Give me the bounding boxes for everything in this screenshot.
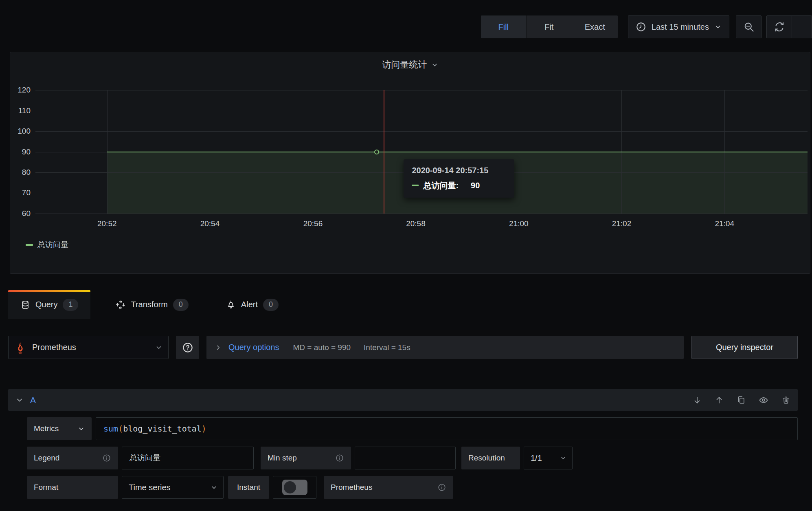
instant-field-label: Instant	[228, 476, 269, 499]
y-tick: 70	[22, 188, 31, 197]
resolution-label-text: Resolution	[468, 454, 505, 463]
format-row: Format Time series Instant Prometheus	[27, 476, 798, 499]
promql-expression-input[interactable]: sum(blog_visit_total)	[96, 417, 798, 440]
transform-icon	[116, 300, 125, 310]
metrics-dropdown[interactable]: Metrics	[27, 417, 92, 440]
refresh-button[interactable]	[766, 15, 812, 38]
legend-label: 总访问量	[37, 240, 68, 250]
tooltip-timestamp: 2020-09-14 20:57:15	[412, 166, 506, 175]
move-query-down-button[interactable]	[693, 396, 702, 405]
metrics-label: Metrics	[34, 424, 59, 433]
query-options-toggle[interactable]: Query options MD = auto = 990 Interval =…	[206, 336, 684, 359]
chevron-down-icon	[714, 23, 722, 31]
prometheus-logo-icon	[14, 341, 26, 354]
datasource-help-button[interactable]	[176, 336, 199, 359]
y-tick: 100	[18, 127, 31, 136]
format-value: Time series	[129, 483, 171, 492]
editor-tabs: Query 1 Transform 0 Alert 0	[8, 290, 810, 319]
legend-item[interactable]: 总访问量	[26, 240, 68, 250]
y-tick: 120	[18, 86, 31, 95]
zoom-out-icon	[743, 21, 755, 33]
x-tick: 21:02	[612, 219, 632, 228]
tab-transform[interactable]: Transform 0	[103, 290, 200, 319]
query-inspector-button[interactable]: Query inspector	[691, 336, 798, 359]
time-range-picker[interactable]: Last 15 minutes	[628, 15, 729, 38]
datasource-hint-label: Prometheus	[324, 476, 453, 499]
x-tick: 20:52	[97, 219, 117, 228]
view-mode-fit-button[interactable]: Fit	[527, 15, 572, 38]
chart-plot-area[interactable]: 120 110 100 90 80 70 60 20:52 20:54 20:5…	[35, 90, 808, 214]
info-icon[interactable]	[437, 483, 446, 492]
resolution-value: 1/1	[531, 454, 542, 463]
promql-paren-open: (	[118, 424, 123, 434]
chevron-down-icon	[211, 484, 217, 491]
datasource-hint-text: Prometheus	[331, 483, 372, 492]
promql-function: sum	[103, 424, 118, 434]
view-mode-exact-button[interactable]: Exact	[572, 15, 618, 38]
tab-count-badge: 0	[173, 299, 189, 311]
tooltip-series-value: 90	[471, 181, 480, 190]
time-range-label: Last 15 minutes	[652, 22, 709, 32]
chevron-down-icon	[155, 344, 162, 351]
resolution-select[interactable]: 1/1	[524, 447, 573, 469]
chevron-down-icon	[78, 425, 85, 432]
delete-query-button[interactable]	[781, 396, 790, 405]
tab-count-badge: 0	[263, 299, 279, 311]
query-options-label: Query options	[228, 343, 279, 352]
query-options-md: MD = auto = 990	[293, 343, 351, 352]
caret-right-icon	[215, 344, 222, 351]
min-step-label-text: Min step	[268, 454, 297, 463]
format-label-text: Format	[34, 483, 58, 492]
query-options-interval: Interval = 15s	[364, 343, 410, 352]
x-tick: 20:56	[303, 219, 323, 228]
query-row-header[interactable]: A	[8, 389, 798, 411]
datasource-select[interactable]: Prometheus	[8, 336, 169, 359]
chevron-down-icon	[560, 455, 566, 461]
chart-tooltip: 2020-09-14 20:57:15 总访问量: 90	[404, 159, 514, 198]
min-step-field-label: Min step	[261, 447, 351, 469]
gridline	[35, 131, 808, 132]
chart-panel: 访问量统计 120 110 100 90 80 70	[10, 52, 810, 274]
zoom-out-button[interactable]	[736, 15, 762, 38]
top-toolbar: Fill Fit Exact Last 15 minutes	[0, 0, 812, 52]
legend-color-dash	[26, 244, 33, 246]
duplicate-query-button[interactable]	[737, 396, 746, 405]
format-select[interactable]: Time series	[122, 476, 224, 499]
y-tick: 80	[22, 168, 31, 177]
query-ref-id: A	[30, 395, 36, 405]
tab-label: Alert	[241, 300, 258, 309]
chevron-down-icon	[431, 62, 438, 68]
chevron-down-icon[interactable]	[15, 396, 24, 404]
legend-format-value: 总访问量	[129, 453, 160, 463]
tab-alert[interactable]: Alert 0	[214, 290, 291, 319]
tab-label: Query	[35, 300, 57, 309]
view-mode-fill-button[interactable]: Fill	[481, 15, 527, 38]
series-color-dash	[412, 185, 419, 186]
toggle-query-visibility-button[interactable]	[759, 395, 768, 405]
tab-label: Transform	[131, 300, 167, 309]
panel-title-menu[interactable]: 访问量统计	[10, 59, 810, 71]
promql-paren-close: )	[202, 424, 206, 434]
info-icon[interactable]	[102, 454, 111, 463]
instant-toggle[interactable]	[273, 476, 316, 499]
panel-title: 访问量统计	[382, 59, 427, 71]
gridline	[35, 111, 808, 111]
min-step-input[interactable]	[355, 447, 456, 469]
crosshair-line	[384, 90, 384, 214]
tab-count-badge: 1	[63, 299, 78, 311]
legend-format-input[interactable]: 总访问量	[122, 447, 254, 469]
gridline	[35, 214, 808, 214]
metrics-row: Metrics sum(blog_visit_total)	[27, 417, 798, 440]
x-tick: 21:00	[509, 219, 529, 228]
toggle-knob	[284, 481, 296, 493]
datasource-row: Prometheus Query options MD = auto = 990…	[8, 336, 798, 359]
info-icon[interactable]	[335, 454, 344, 463]
refresh-icon	[767, 16, 792, 38]
move-query-up-button[interactable]	[715, 396, 724, 405]
series-line	[107, 152, 808, 152]
resolution-field-label: Resolution	[461, 447, 520, 469]
tab-query[interactable]: Query 1	[8, 290, 90, 319]
refresh-interval-dropdown[interactable]	[792, 16, 812, 38]
database-icon	[20, 300, 30, 310]
instant-label-text: Instant	[237, 483, 260, 492]
